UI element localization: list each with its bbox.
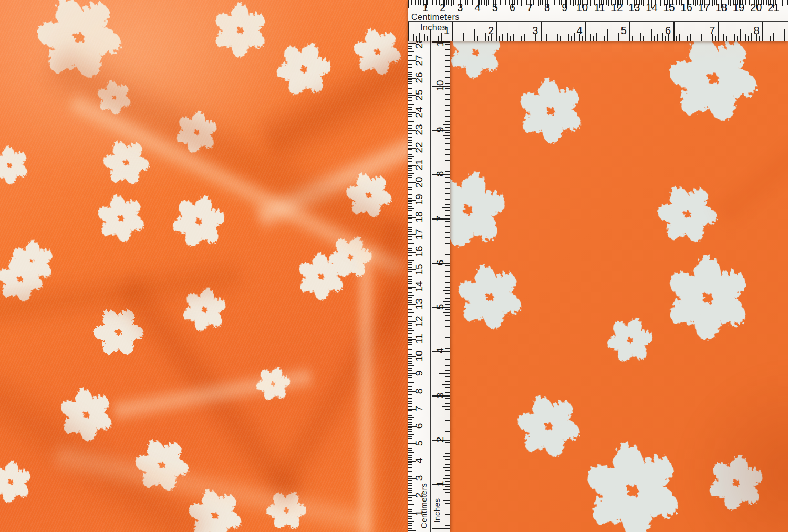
ruler-tick bbox=[408, 57, 412, 57]
ruler-tick bbox=[408, 59, 412, 59]
ruler-tick bbox=[408, 88, 412, 89]
flower bbox=[346, 21, 409, 84]
ruler-number: 17 bbox=[413, 229, 425, 240]
ruler-tick bbox=[443, 512, 450, 512]
ruler-tick bbox=[408, 332, 412, 332]
ruler-tick bbox=[784, 29, 785, 41]
ruler-tick bbox=[477, 36, 478, 41]
ruler-tick bbox=[445, 442, 450, 443]
ruler-tick bbox=[507, 0, 507, 5]
ruler-tick bbox=[408, 50, 412, 50]
ruler-tick bbox=[660, 36, 660, 41]
ruler-number: 5 bbox=[434, 304, 446, 310]
ruler-tick bbox=[469, 0, 469, 6]
ruler-tick bbox=[693, 36, 693, 41]
ruler-tick bbox=[408, 229, 412, 230]
ruler-number: 14 bbox=[646, 2, 657, 14]
ruler-tick bbox=[408, 137, 412, 138]
ruler-tick bbox=[408, 292, 412, 293]
ruler-tick bbox=[483, 36, 483, 41]
ruler-tick bbox=[577, 36, 577, 41]
ruler-tick bbox=[726, 36, 727, 41]
flower bbox=[99, 135, 153, 190]
ruler-number: 23 bbox=[413, 124, 425, 135]
ruler-tick bbox=[436, 34, 436, 41]
flower bbox=[129, 432, 195, 498]
ruler-tick bbox=[408, 158, 412, 159]
ruler-tick bbox=[408, 348, 414, 348]
ruler-tick bbox=[408, 442, 412, 442]
ruler-number: 21 bbox=[413, 159, 425, 170]
ruler-tick bbox=[408, 281, 412, 282]
ruler-tick bbox=[408, 333, 412, 334]
ruler-tick bbox=[445, 204, 450, 205]
flower bbox=[693, 440, 779, 526]
ruler-tick bbox=[408, 483, 412, 484]
ruler-tick bbox=[408, 457, 412, 458]
ruler-tick bbox=[678, 0, 678, 6]
fabric-fold bbox=[67, 91, 406, 280]
ruler-tick bbox=[408, 140, 412, 141]
ruler-tick bbox=[408, 218, 412, 219]
ruler-tick bbox=[408, 340, 412, 341]
ruler-tick bbox=[442, 473, 450, 473]
ruler-tick bbox=[763, 0, 764, 5]
ruler-tick bbox=[434, 0, 434, 6]
ruler-tick bbox=[445, 376, 450, 377]
ruler-tick bbox=[502, 34, 503, 41]
ruler-tick bbox=[450, 36, 450, 41]
ruler-tick bbox=[445, 359, 450, 360]
ruler-tick bbox=[488, 36, 489, 41]
ruler-tick bbox=[408, 417, 414, 418]
ruler-tick bbox=[585, 22, 586, 41]
ruler-tick bbox=[408, 450, 412, 451]
ruler-tick bbox=[445, 486, 450, 487]
ruler-number: 6 bbox=[434, 260, 446, 266]
ruler-tick bbox=[408, 72, 412, 73]
ruler-tick bbox=[445, 293, 450, 294]
ruler-tick bbox=[408, 358, 412, 359]
ruler-tick bbox=[408, 311, 412, 311]
ruler-tick bbox=[443, 191, 450, 191]
ruler-tick bbox=[408, 323, 412, 324]
ruler-tick bbox=[408, 406, 412, 407]
ruler-tick bbox=[448, 0, 449, 5]
ruler-tick bbox=[408, 294, 412, 294]
ruler-tick bbox=[408, 363, 412, 364]
ruler-tick bbox=[408, 172, 412, 172]
ruler-tick bbox=[408, 206, 412, 207]
ruler-tick bbox=[408, 203, 412, 204]
ruler-tick bbox=[505, 0, 506, 5]
ruler-tick bbox=[408, 242, 412, 242]
ruler-tick bbox=[443, 290, 450, 291]
ruler-tick bbox=[408, 295, 414, 296]
ruler-tick bbox=[613, 34, 613, 41]
flower bbox=[199, 0, 281, 71]
ruler-number: 15 bbox=[413, 264, 425, 275]
ruler-tick bbox=[682, 36, 682, 41]
ruler-tick bbox=[732, 36, 732, 41]
ruler-tick bbox=[464, 0, 464, 5]
ruler-tick bbox=[408, 267, 412, 268]
ruler-tick bbox=[494, 36, 494, 41]
ruler-tick bbox=[695, 0, 696, 6]
ruler-tick bbox=[408, 351, 412, 351]
ruler-tick bbox=[408, 160, 412, 160]
ruler-tick bbox=[784, 0, 784, 5]
ruler-tick bbox=[408, 499, 412, 499]
ruler-tick bbox=[408, 243, 414, 244]
ruler-tick bbox=[443, 478, 450, 479]
ruler-tick bbox=[632, 36, 633, 41]
ruler-tick bbox=[521, 36, 522, 41]
ruler-tick bbox=[618, 33, 619, 41]
ruler-tick bbox=[439, 64, 450, 64]
ruler-number: 19 bbox=[733, 2, 744, 14]
ruler-number: 27 bbox=[413, 55, 425, 66]
ruler-tick bbox=[673, 22, 675, 41]
ruler-tick bbox=[787, 36, 787, 41]
ruler-tick bbox=[408, 454, 412, 454]
ruler-tick bbox=[408, 145, 412, 146]
ruler-tick bbox=[496, 22, 497, 41]
ruler-tick bbox=[660, 0, 661, 6]
ruler-tick bbox=[563, 29, 563, 41]
